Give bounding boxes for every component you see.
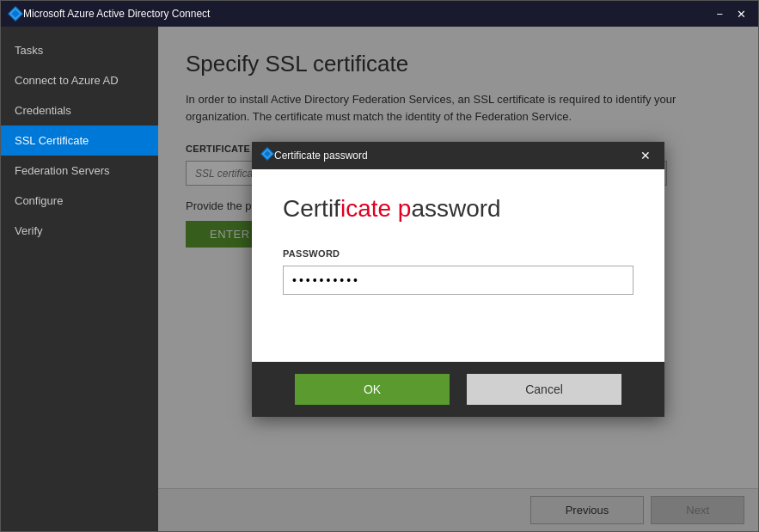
app-icon bbox=[8, 6, 23, 21]
content-area: Specify SSL certificate In order to inst… bbox=[158, 27, 758, 531]
modal-cancel-button[interactable]: Cancel bbox=[467, 374, 621, 405]
modal-title: Certificate password bbox=[274, 150, 635, 162]
modal-title-bar: Certificate password ✕ bbox=[252, 142, 664, 169]
modal-footer: OK Cancel bbox=[252, 362, 664, 417]
main-area: Tasks Connect to Azure AD Credentials SS… bbox=[1, 27, 758, 531]
sidebar-item-connect-azure-ad[interactable]: Connect to Azure AD bbox=[1, 65, 158, 95]
modal-overlay: Certificate password ✕ Certificate passw… bbox=[158, 27, 758, 531]
sidebar: Tasks Connect to Azure AD Credentials SS… bbox=[1, 27, 158, 531]
sidebar-item-tasks[interactable]: Tasks bbox=[1, 35, 158, 65]
modal-password-label: PASSWORD bbox=[283, 248, 634, 259]
sidebar-item-configure[interactable]: Configure bbox=[1, 186, 158, 216]
modal-ok-button[interactable]: OK bbox=[295, 374, 450, 405]
sidebar-item-ssl-certificate[interactable]: SSL Certificate bbox=[1, 125, 158, 156]
certificate-password-modal: Certificate password ✕ Certificate passw… bbox=[252, 142, 664, 417]
sidebar-item-federation-servers[interactable]: Federation Servers bbox=[1, 156, 158, 186]
sidebar-item-credentials[interactable]: Credentials bbox=[1, 95, 158, 125]
modal-password-input[interactable] bbox=[283, 266, 634, 295]
modal-app-icon bbox=[260, 147, 274, 163]
close-button[interactable]: ✕ bbox=[731, 7, 751, 21]
window-controls: − ✕ bbox=[711, 7, 751, 21]
modal-body: Certificate password PASSWORD bbox=[252, 169, 664, 362]
modal-close-button[interactable]: ✕ bbox=[635, 147, 656, 164]
sidebar-item-verify[interactable]: Verify bbox=[1, 216, 158, 246]
title-bar: Microsoft Azure Active Directory Connect… bbox=[1, 1, 758, 27]
modal-heading: Certificate password bbox=[283, 195, 634, 223]
main-window: Microsoft Azure Active Directory Connect… bbox=[0, 0, 759, 532]
window-title: Microsoft Azure Active Directory Connect bbox=[23, 8, 711, 20]
minimize-button[interactable]: − bbox=[711, 7, 728, 21]
